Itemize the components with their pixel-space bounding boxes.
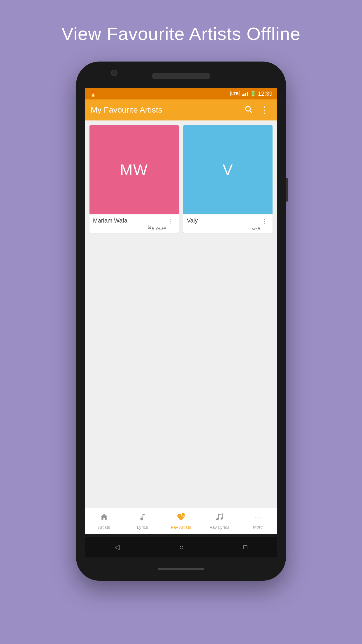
artist-name-en-mw: Mariam Wafa	[93, 217, 166, 224]
nav-label-lyrics: Lyrics	[137, 525, 148, 530]
svg-text:♪: ♪	[182, 513, 184, 516]
nav-item-more[interactable]: ··· More	[239, 513, 277, 529]
artist-more-v[interactable]: ⋮	[260, 217, 269, 226]
bottom-navigation: Artists Lyrics ♪	[85, 508, 277, 534]
nav-label-artists: Artists	[98, 525, 110, 530]
nav-label-fav-artists: Fav Artists	[171, 525, 191, 530]
status-right: LTE 🔋 12:39	[230, 90, 273, 97]
status-left: 🔥	[89, 90, 97, 97]
more-icon: ···	[255, 513, 261, 523]
app-bar: My Favourite Artists ⋮	[85, 99, 277, 120]
artist-name-en-v: Valy	[187, 217, 260, 224]
music-note-icon	[138, 513, 147, 524]
fav-artists-icon: ♪	[177, 513, 185, 524]
artist-initials-mw: MW	[120, 161, 148, 178]
home-icon	[100, 513, 108, 524]
nav-item-artists[interactable]: Artists	[85, 513, 123, 530]
phone-home-indicator	[158, 568, 204, 570]
page-headline: View Favourite Artists Offline	[61, 23, 301, 44]
artist-initials-v: V	[223, 161, 233, 178]
svg-line-1	[250, 111, 252, 112]
artist-thumb-v: V	[183, 125, 273, 214]
artist-info-mw: Mariam Wafa مريم وفا ⋮	[89, 214, 179, 233]
svg-point-4	[216, 518, 219, 520]
app-status-icon: 🔥	[89, 90, 97, 97]
artist-name-ar-mw: مريم وفا	[93, 224, 166, 230]
app-bar-title: My Favourite Artists	[91, 105, 239, 115]
artist-card-mariam-wafa[interactable]: MW Mariam Wafa مريم وفا ⋮	[89, 125, 179, 233]
search-icon[interactable]	[242, 103, 255, 118]
phone-side-button	[286, 178, 288, 202]
phone-screen: 🔥 LTE 🔋 12:39 My Favourite Artists	[85, 88, 277, 534]
phone-speaker	[152, 73, 210, 79]
artist-names-v: Valy ولی	[187, 217, 260, 230]
phone-top-bezel	[76, 62, 286, 88]
battery-icon: 🔋	[250, 90, 256, 97]
fav-lyrics-icon	[215, 513, 224, 524]
phone-bottom-bezel	[76, 557, 286, 581]
nav-item-fav-lyrics[interactable]: Fav Lyrics	[200, 513, 239, 530]
artist-card-valy[interactable]: V Valy ولی ⋮	[183, 125, 273, 233]
android-recent-button[interactable]: □	[243, 543, 247, 551]
lte-indicator: LTE	[230, 91, 240, 96]
nav-label-fav-lyrics: Fav Lyrics	[210, 525, 229, 530]
artist-info-v: Valy ولی ⋮	[183, 214, 273, 233]
time-display: 12:39	[258, 90, 273, 97]
nav-label-more: More	[253, 524, 263, 529]
android-home-button[interactable]: ○	[179, 543, 184, 552]
android-navigation-bar: ◁ ○ □	[85, 537, 277, 557]
artist-names-mw: Mariam Wafa مريم وفا	[93, 217, 166, 230]
artist-more-mw[interactable]: ⋮	[166, 217, 175, 226]
artist-name-ar-v: ولی	[187, 224, 260, 230]
svg-point-5	[221, 517, 223, 520]
android-back-button[interactable]: ◁	[115, 543, 120, 551]
nav-item-lyrics[interactable]: Lyrics	[123, 513, 162, 530]
nav-item-fav-artists[interactable]: ♪ Fav Artists	[162, 513, 200, 530]
more-options-icon[interactable]: ⋮	[258, 102, 271, 118]
status-bar: 🔥 LTE 🔋 12:39	[85, 88, 277, 99]
artist-grid: MW Mariam Wafa مريم وفا ⋮ V Valy	[85, 120, 277, 508]
signal-bars	[242, 91, 248, 96]
phone-camera	[111, 70, 117, 76]
artist-thumb-mw: MW	[89, 125, 179, 214]
phone-device: 🔥 LTE 🔋 12:39 My Favourite Artists	[76, 62, 286, 581]
